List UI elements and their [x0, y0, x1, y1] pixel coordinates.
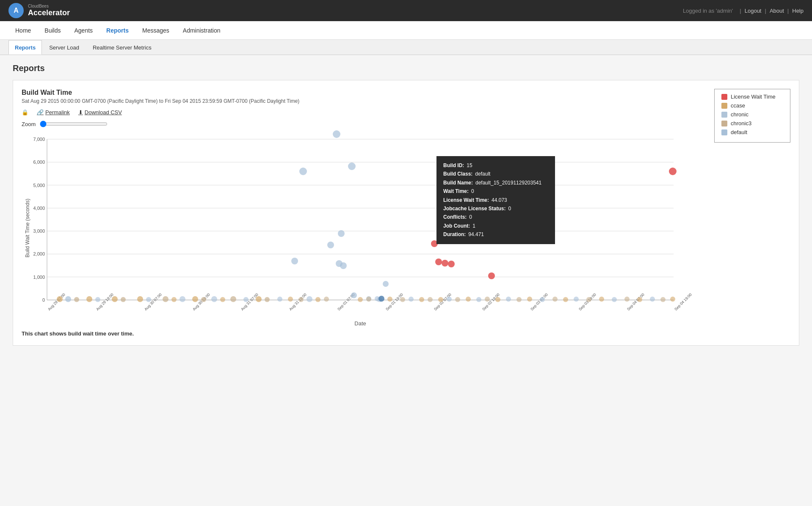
nav-home[interactable]: Home	[8, 21, 38, 40]
svg-point-50	[448, 261, 455, 267]
svg-point-34	[348, 162, 356, 170]
svg-point-81	[366, 297, 371, 302]
svg-text:Date: Date	[354, 320, 366, 327]
chart-title: Build Wait Time	[22, 89, 795, 96]
permalink-link[interactable]: 🔗 Permalink	[37, 109, 70, 116]
brand-sub: CloudBees	[28, 4, 70, 8]
svg-text:Aug 31 07:00: Aug 31 07:00	[240, 292, 259, 311]
svg-point-108	[650, 297, 655, 302]
page-title: Reports	[13, 63, 799, 73]
svg-text:4,000: 4,000	[33, 206, 45, 211]
svg-text:7,000: 7,000	[33, 137, 45, 142]
chart-subtitle: Sat Aug 29 2015 00:00:00 GMT-0700 (Pacif…	[22, 98, 795, 104]
download-label: Download CSV	[85, 109, 122, 116]
svg-text:3,000: 3,000	[33, 228, 45, 234]
topbar: A CloudBees Accelerator Logged in as 'ad…	[0, 0, 812, 21]
svg-point-79	[324, 297, 329, 302]
subtabs: Reports Server Load Realtime Server Metr…	[0, 40, 812, 55]
nav-administration[interactable]: Administration	[176, 21, 227, 40]
svg-point-87	[378, 296, 384, 302]
permalink-label: Permalink	[45, 109, 70, 116]
svg-point-97	[516, 297, 522, 302]
svg-point-106	[624, 297, 630, 302]
svg-point-65	[180, 296, 185, 302]
legend-item-license-wait-time: License Wait Time	[721, 94, 783, 100]
svg-text:Aug 30 07:00: Aug 30 07:00	[144, 292, 163, 311]
legend-color-chronic3	[721, 121, 727, 126]
svg-point-103	[586, 297, 591, 302]
svg-point-49	[442, 260, 448, 267]
zoom-label: Zoom	[22, 121, 36, 127]
svg-point-92	[466, 297, 471, 302]
svg-point-58	[95, 297, 100, 302]
legend-color-license-wait-time	[721, 94, 727, 100]
svg-point-59	[112, 296, 118, 302]
svg-point-84	[400, 297, 405, 302]
svg-point-101	[563, 297, 568, 302]
svg-point-64	[171, 297, 177, 302]
svg-point-46	[445, 206, 453, 213]
chart-container: License Wait Time ccase chronic chronic3…	[13, 80, 799, 346]
help-link[interactable]: Help	[792, 8, 804, 14]
svg-text:Sep 03 07:00: Sep 03 07:00	[530, 292, 549, 311]
svg-point-72	[256, 296, 262, 302]
nav-agents[interactable]: Agents	[68, 21, 100, 40]
svg-point-77	[307, 296, 312, 302]
svg-point-41	[383, 281, 389, 287]
nav-builds[interactable]: Builds	[38, 21, 67, 40]
scatter-chart-svg: Build Wait Time (seconds) 7,000 6,000 5,…	[22, 131, 699, 325]
nav-messages[interactable]: Messages	[135, 21, 176, 40]
nav-reports[interactable]: Reports	[99, 21, 135, 40]
svg-point-52	[488, 272, 495, 279]
svg-point-54	[57, 296, 63, 302]
app-logo: A	[8, 3, 24, 18]
legend-item-ccase: ccase	[721, 102, 783, 109]
svg-point-73	[265, 297, 270, 302]
logged-in-text: Logged in as 'admin'	[683, 8, 733, 14]
svg-point-42	[351, 292, 357, 298]
svg-point-40	[340, 262, 347, 269]
svg-point-56	[74, 297, 79, 302]
svg-point-67	[201, 297, 206, 302]
download-csv-link[interactable]: ⬇ Download CSV	[78, 109, 122, 116]
svg-point-48	[435, 258, 442, 265]
svg-point-99	[540, 297, 545, 302]
subtab-server-load[interactable]: Server Load	[43, 40, 86, 55]
svg-point-88	[428, 297, 433, 302]
legend-label-ccase: ccase	[731, 102, 745, 109]
svg-point-66	[192, 296, 198, 302]
svg-point-107	[637, 297, 642, 302]
logout-link[interactable]: Logout	[745, 8, 762, 14]
about-link[interactable]: About	[770, 8, 784, 14]
zoom-slider[interactable]	[40, 121, 108, 127]
svg-point-109	[660, 297, 666, 302]
svg-text:Sep 03 19:00: Sep 03 19:00	[578, 292, 597, 311]
svg-point-90	[447, 297, 452, 302]
svg-point-89	[438, 297, 443, 302]
svg-point-102	[574, 297, 579, 302]
svg-point-61	[137, 296, 143, 302]
svg-text:Sep 04 07:00: Sep 04 07:00	[626, 292, 645, 311]
legend-label-chronic3: chronic3	[731, 120, 751, 126]
svg-point-71	[243, 297, 249, 302]
svg-point-69	[220, 297, 225, 302]
svg-point-33	[333, 130, 340, 138]
lock-icon: 🔒	[22, 109, 28, 116]
svg-point-100	[552, 297, 558, 302]
svg-text:Sep 04 19:00: Sep 04 19:00	[674, 292, 693, 311]
svg-point-53	[669, 168, 677, 175]
svg-text:Aug 31 19:00: Aug 31 19:00	[288, 292, 307, 311]
svg-point-60	[121, 297, 126, 302]
svg-point-36	[338, 230, 345, 237]
svg-point-83	[387, 297, 392, 302]
subtab-reports[interactable]: Reports	[8, 40, 42, 55]
page-content: Reports License Wait Time ccase chronic …	[0, 55, 812, 506]
zoom-row: Zoom	[22, 121, 795, 127]
chart-caption: This chart shows build wait time over ti…	[22, 330, 795, 337]
svg-text:1,000: 1,000	[33, 275, 45, 280]
svg-point-35	[299, 168, 307, 175]
subtab-realtime-server-metrics[interactable]: Realtime Server Metrics	[86, 40, 158, 55]
legend-color-chronic	[721, 112, 727, 118]
svg-text:6,000: 6,000	[33, 160, 45, 165]
scatter-chart-wrap: Build Wait Time (seconds) 7,000 6,000 5,…	[22, 131, 795, 325]
